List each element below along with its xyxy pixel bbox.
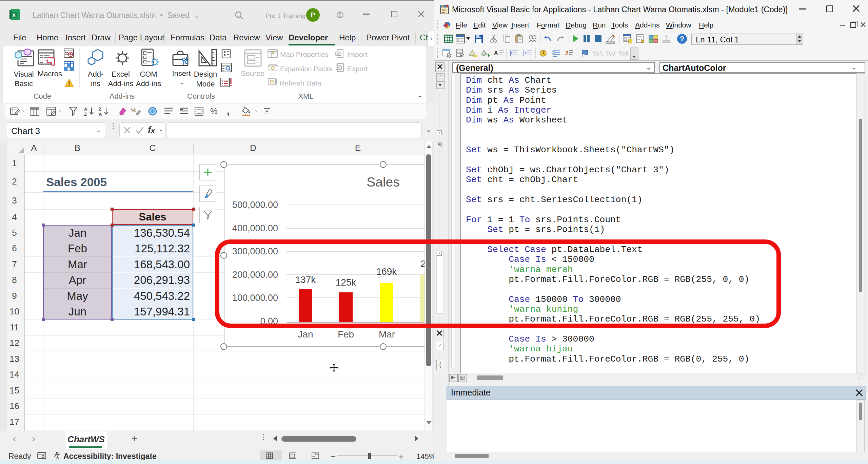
svg-text:Z: Z [84, 112, 87, 116]
svg-text:%: % [619, 50, 625, 57]
svg-text:2: 2 [565, 50, 569, 57]
svg-text:%: % [131, 107, 136, 113]
svg-text:A: A [494, 50, 498, 56]
svg-text:A: A [99, 112, 102, 116]
svg-text:A: A [84, 107, 87, 112]
svg-text:X: X [12, 12, 16, 18]
svg-text:%: % [593, 50, 599, 57]
svg-text:%: % [606, 50, 612, 57]
svg-text:Z: Z [99, 107, 101, 112]
